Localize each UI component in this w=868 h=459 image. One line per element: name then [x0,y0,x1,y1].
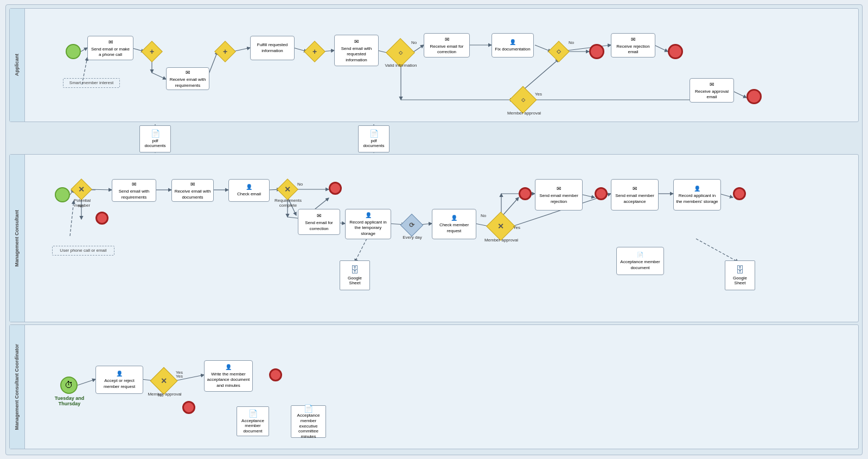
svg-line-19 [523,59,559,90]
lane2-end5 [733,187,746,200]
task-check-email[interactable]: 👤 Check email [228,179,270,202]
task-record-members[interactable]: 👤 Record applicant in the members' stora… [673,179,721,211]
task-receive-rejection[interactable]: ✉ Receive rejection email [611,33,655,58]
doc-google-sheet-l2-2: 🗄 Google Sheet [725,260,755,290]
gw-member-approval-l1: ◇ [509,86,537,114]
gw-l3-yes-label: Yes [176,370,183,375]
task-fix-doc[interactable]: 👤 Fix documentation [492,33,534,58]
task-receive-email-req[interactable]: ✉ Receive email with requirements [166,67,209,90]
gw-parallel-1: + [141,41,163,62]
bpmn-diagram: Applicant [5,4,863,455]
gw-every-day-label: Every day [398,235,426,240]
task-send-rejection[interactable]: ✉ Send email member rejection [535,179,583,211]
gw-member-approval-l2: ✕ [486,212,515,241]
svg-line-45 [696,239,738,262]
svg-line-43 [501,197,519,217]
lane-mgmt-consultant: Management Consultant [9,154,859,322]
task-check-member-req[interactable]: 👤 Check member request [432,209,476,239]
gw-l3-no-label: No [158,393,163,398]
lane1-content: ✉ Send email or make a phone call + ✉ Re… [25,9,858,117]
doc-pdf-1: 📄 pdf documents [139,125,171,152]
lane3-content: Yes ⏱ Tuesday and Thursday 👤 Accept or r… [25,325,858,450]
gw-valid-info-label: Valid information [382,63,420,68]
lane3-end2 [269,368,282,381]
doc-google-sheet-l2-1: 🗄 Google Sheet [340,260,370,290]
doc-minutes-l3: 📄 Acceptance member executive committee … [291,405,326,438]
gw-l2-no-label: No [78,203,84,208]
svg-line-42 [719,194,733,197]
svg-line-16 [654,45,668,52]
lane2-end4 [595,187,608,200]
gw-parallel-2: + [214,41,236,62]
lane3-end1 [182,401,195,414]
lane2-end3 [519,187,532,200]
task-l2-send-req[interactable]: ✉ Send email with requirements [112,179,156,202]
task-write-minutes[interactable]: 👤 Write the member acceptance document a… [204,360,253,392]
gw-l3-approval-label: Member approval [147,392,182,397]
lane-applicant-label: Applicant [10,9,25,122]
gw-member-approval-l1-label: Member approval [505,111,543,116]
task-fulfill-info[interactable]: Fulfill requested information [250,36,295,60]
gw-potential-member: ✕ [71,178,92,200]
gw-parallel-3: + [304,41,326,62]
gw-valid-no-label: No [411,40,417,45]
task-receive-correction[interactable]: ✉ Receive email for correction [424,33,470,58]
lane2-end2 [329,182,342,195]
gw-l2-yes: Yes [513,225,520,230]
task-send-acceptance[interactable]: ✉ Send email member acceptance [611,179,659,211]
svg-line-0 [81,48,87,52]
task-l2-send-correction[interactable]: ✉ Send email for correction [298,209,340,235]
task-l2-receive-docs[interactable]: ✉ Receive email with documents [171,179,214,202]
annotation-user-phone: User phone call or email [52,246,114,256]
lane-applicant: Applicant [9,8,859,122]
lane3-timer-start: ⏱ [60,377,78,394]
svg-line-49 [78,379,95,385]
gw-after-fix: ◇ [548,41,570,62]
gw-member-yes-label: Yes [535,92,542,97]
gw-l3-approval: ✕ [150,367,178,395]
task-receive-approval[interactable]: ✉ Receive approval email [690,78,734,103]
gw-req-complete-label: Requirements complete [270,198,306,208]
lane1-end3 [746,89,762,104]
annotation-smart-member: Smart member interest [63,78,120,88]
lane-coordinator-label: Management Consultant Coordinator [10,325,25,449]
lane1-start-event [66,44,81,59]
gw-req-no-label: No [297,182,303,187]
gw-fix-no-label: No [569,40,574,45]
lane1-end2 [668,44,683,59]
svg-line-3 [152,73,166,79]
gw-every-day: ⟳ [400,214,423,237]
task-send-email-phone[interactable]: ✉ Send email or make a phone call [87,36,133,60]
lane-mgmt-consultant-label: Management Consultant [10,155,25,322]
lane2-content: ✕ Potential member No ✉ Send email with … [25,155,858,323]
task-acceptance-doc[interactable]: 📄 Acceptance member document [616,247,664,275]
timer-label: Tuesday and Thursday [48,396,91,406]
task-send-email-info[interactable]: ✉ Send email with requested information [334,35,379,66]
gw-l2-no2: No [481,213,486,218]
lane-coordinator: Management Consultant Coordinator Yes [9,324,859,449]
task-record-temp[interactable]: 👤 Record applicant in the temporary stor… [345,209,391,239]
svg-line-44 [355,239,367,262]
task-accept-reject[interactable]: 👤 Accept or reject member request [95,366,143,394]
doc-acceptance-l3: 📄 Acceptance member document [237,406,269,436]
lane1-end1 [589,44,604,59]
gw-member-approval-l2-label: Member approval [482,238,520,243]
svg-line-20 [733,91,746,98]
doc-pdf-2: 📄 pdf documents [358,125,390,152]
lane2-end1 [95,212,108,225]
gw-req-complete: ✕ [277,178,298,200]
svg-line-27 [89,189,112,190]
